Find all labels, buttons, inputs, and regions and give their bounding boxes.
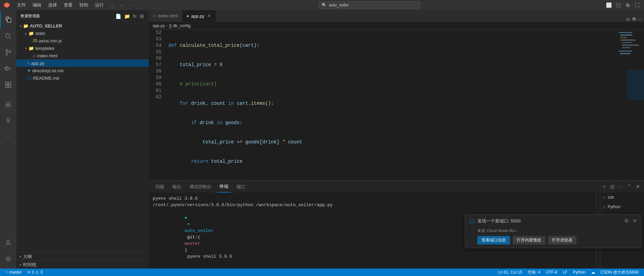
code-line-53: total_price = 0 bbox=[168, 62, 617, 68]
run-icon[interactable]: ▷ bbox=[627, 17, 630, 22]
editor-actions: ▷ ⧉ ··· bbox=[627, 16, 644, 22]
status-spaces[interactable]: 空格: 4 bbox=[525, 269, 543, 276]
menu-item-运行[interactable]: 运行 bbox=[92, 0, 107, 10]
sidebar: 资源管理器 📄 📁 ↻ ⊟ ▾ 📁 AUTO_SELLER ▸ 📁 static bbox=[16, 10, 149, 269]
sidebar-item-axios[interactable]: JS axios.min.js bbox=[16, 37, 149, 44]
layout-sidebar-icon[interactable]: ⬜ bbox=[605, 1, 613, 9]
search-box[interactable]: 🔍 auto_seller bbox=[319, 1, 420, 9]
tab-index-html[interactable]: ◇ index.html bbox=[149, 10, 183, 22]
titlebar: 文件编辑选择查看转到运行... ← → 🔍 auto_seller ⬜ ⬛ ⧉ … bbox=[0, 0, 644, 10]
activity-more[interactable]: ··· bbox=[0, 128, 16, 144]
svg-rect-19 bbox=[619, 32, 632, 33]
status-encoding[interactable]: UTF-8 bbox=[543, 269, 560, 276]
tabs-bar: ◇ index.html ● app.py ✕ ▷ ⧉ ··· bbox=[149, 10, 644, 22]
code-line-54: # print(cart) bbox=[168, 81, 617, 87]
panel-tab-problems[interactable]: 问题 bbox=[151, 181, 168, 193]
open-browser-button[interactable]: 打开浏览器 bbox=[548, 236, 576, 244]
status-attribution[interactable]: CSDN @大师兄6668 bbox=[598, 269, 641, 276]
activity-extensions[interactable] bbox=[0, 77, 16, 93]
layout-panel-icon[interactable]: ⬛ bbox=[614, 1, 622, 9]
panel-maximize-icon[interactable]: ⌃ bbox=[626, 183, 633, 191]
status-errors[interactable]: ✕ 0 ⚠ 0 bbox=[24, 269, 45, 276]
outline-arrow-icon: ▸ bbox=[18, 255, 23, 258]
view-port-info-button[interactable]: 查看端口信息 bbox=[477, 236, 510, 244]
git-branch-name: master bbox=[9, 270, 22, 275]
panel-tab-debug[interactable]: 调试控制台 bbox=[185, 181, 215, 193]
activity-test[interactable] bbox=[0, 96, 16, 112]
tab-close-icon[interactable]: ✕ bbox=[206, 13, 212, 19]
titlebar-controls: ⬜ ⬛ ⧉ ⛶ bbox=[605, 1, 644, 9]
layout-split-icon[interactable]: ⧉ bbox=[624, 1, 632, 9]
status-git[interactable]: ⑂ master bbox=[3, 269, 24, 276]
menu-item-查看[interactable]: 查看 bbox=[60, 0, 76, 10]
sidebar-content: ▾ 📁 AUTO_SELLER ▸ 📁 static JS axios.min.… bbox=[16, 22, 149, 252]
svg-point-8 bbox=[5, 67, 7, 70]
outline-section[interactable]: ▸ 大纲 bbox=[16, 252, 149, 260]
terminal-item-python[interactable]: ▷ Python bbox=[600, 202, 644, 212]
activity-deploy[interactable] bbox=[0, 112, 16, 128]
split-editor-icon[interactable]: ⧉ bbox=[632, 16, 636, 22]
code-line-58: return total_price bbox=[168, 158, 617, 165]
py-file-icon: ● bbox=[27, 61, 30, 66]
menu-item-文件[interactable]: 文件 bbox=[14, 0, 29, 10]
search-icon: 🔍 bbox=[322, 3, 327, 7]
panel-close-icon[interactable]: ✕ bbox=[634, 183, 641, 191]
panel-tab-terminal[interactable]: 终端 bbox=[215, 181, 232, 193]
tree-root[interactable]: ▾ 📁 AUTO_SELLER bbox=[16, 22, 149, 29]
activity-explorer[interactable] bbox=[0, 12, 16, 28]
menu-item-转到[interactable]: 转到 bbox=[76, 0, 92, 10]
activity-git[interactable] bbox=[0, 44, 16, 60]
menu-item-...[interactable]: ... bbox=[107, 0, 118, 10]
sidebar-item-static[interactable]: ▸ 📁 static bbox=[16, 29, 149, 37]
tab-app-py[interactable]: ● app.py ✕ bbox=[183, 10, 216, 22]
panel-more-icon[interactable]: ··· bbox=[617, 183, 624, 191]
breadcrumb-file[interactable]: app.py bbox=[153, 23, 165, 28]
error-count: 0 bbox=[32, 270, 34, 275]
svg-rect-26 bbox=[619, 51, 632, 52]
panel-tab-output[interactable]: 输出 bbox=[168, 181, 185, 193]
code-line-59 bbox=[168, 178, 617, 180]
activity-debug[interactable] bbox=[0, 60, 16, 77]
activity-settings[interactable] bbox=[0, 251, 16, 267]
menu-item-选择[interactable]: 选择 bbox=[45, 0, 60, 10]
svg-rect-23 bbox=[622, 42, 632, 43]
status-lang[interactable]: Python bbox=[570, 269, 588, 276]
nav-forward[interactable]: → bbox=[126, 3, 135, 8]
svg-rect-28 bbox=[627, 70, 644, 100]
activity-search[interactable] bbox=[0, 28, 16, 44]
status-ln-col[interactable]: Ln 61, Col 15 bbox=[495, 269, 525, 276]
sidebar-item-index-html[interactable]: ◇ index.html bbox=[16, 52, 149, 59]
new-folder-icon[interactable]: 📁 bbox=[124, 13, 131, 20]
panel-split-icon[interactable]: ⊟ bbox=[609, 183, 616, 191]
nav-back[interactable]: ← bbox=[118, 3, 126, 8]
notification-close-icon[interactable]: ✕ bbox=[633, 218, 637, 223]
sidebar-item-templates[interactable]: ▾ 📁 templates bbox=[16, 44, 149, 52]
code-editor[interactable]: 52 53 54 55 56 57 58 59 60 61 62 def cal… bbox=[149, 29, 617, 180]
panel-tab-ports[interactable]: 端口 bbox=[232, 181, 249, 193]
sidebar-item-directory-md[interactable]: ✦ directoryList.md bbox=[16, 67, 149, 74]
new-file-icon[interactable]: 📄 bbox=[115, 13, 122, 20]
status-line-ending[interactable]: LF bbox=[560, 269, 570, 276]
timeline-section[interactable]: ▸ 时间线 bbox=[16, 260, 149, 269]
new-terminal-icon[interactable]: + bbox=[601, 183, 607, 191]
svg-rect-18 bbox=[617, 29, 644, 180]
open-preview-button[interactable]: 打开内置预览 bbox=[513, 236, 545, 244]
minimap bbox=[617, 29, 644, 180]
notification-settings-icon[interactable]: ⚙ bbox=[624, 218, 629, 223]
status-cloud[interactable]: ☁ bbox=[588, 269, 598, 276]
app-logo[interactable] bbox=[0, 2, 14, 8]
tab-py-label: app.py bbox=[191, 14, 204, 19]
sidebar-item-readme-md[interactable]: ⓘ README.md bbox=[16, 74, 149, 82]
breadcrumb-item[interactable]: {} db_config bbox=[169, 23, 190, 28]
terminal-item-zsh[interactable]: ▷ zsh bbox=[600, 193, 644, 202]
sidebar-item-app-py[interactable]: ● app.py bbox=[16, 59, 149, 67]
root-folder-icon: 📁 bbox=[23, 23, 29, 28]
activity-account[interactable] bbox=[0, 235, 16, 251]
python-label: Python bbox=[608, 204, 620, 209]
menu-item-编辑[interactable]: 编辑 bbox=[29, 0, 45, 10]
html-file-icon: ◇ bbox=[33, 53, 36, 58]
layout-full-icon[interactable]: ⛶ bbox=[633, 1, 641, 9]
collapse-icon[interactable]: ⊟ bbox=[139, 13, 145, 20]
more-editor-icon[interactable]: ··· bbox=[638, 17, 641, 22]
refresh-icon[interactable]: ↻ bbox=[132, 13, 138, 20]
